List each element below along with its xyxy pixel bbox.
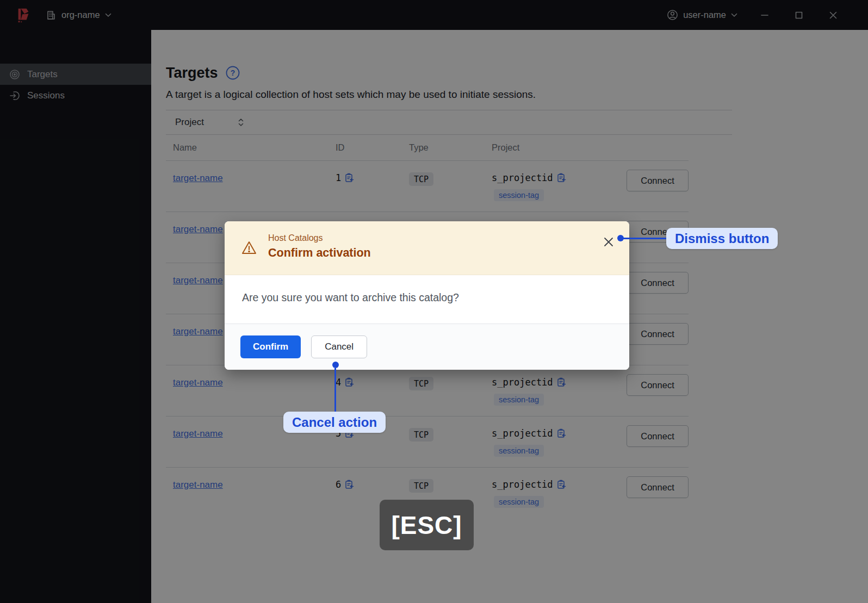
close-icon <box>603 237 614 247</box>
dialog-footer: Confirm Cancel <box>225 324 629 370</box>
dialog-tagline: Host Catalogs <box>268 233 323 243</box>
annotation-dismiss-label: Dismiss button <box>666 228 778 249</box>
cancel-button[interactable]: Cancel <box>311 335 367 358</box>
confirm-button[interactable]: Confirm <box>240 335 301 358</box>
dialog-title: Confirm activation <box>268 246 371 260</box>
annotation-dot-cancel <box>332 362 339 368</box>
dialog-message: Are you sure you want to archive this ca… <box>242 291 612 304</box>
annotation-line-cancel <box>334 368 336 412</box>
dismiss-button[interactable] <box>602 235 615 248</box>
esc-key-badge: [ESC] <box>380 500 474 550</box>
annotation-cancel-label: Cancel action <box>283 412 386 433</box>
confirm-dialog: Host Catalogs Confirm activation Are you… <box>225 221 629 370</box>
dialog-body: Are you sure you want to archive this ca… <box>225 275 629 324</box>
warning-icon <box>241 240 257 256</box>
esc-key-label: [ESC] <box>391 511 462 540</box>
annotation-line-dismiss <box>621 238 668 239</box>
dialog-header: Host Catalogs Confirm activation <box>225 221 629 275</box>
